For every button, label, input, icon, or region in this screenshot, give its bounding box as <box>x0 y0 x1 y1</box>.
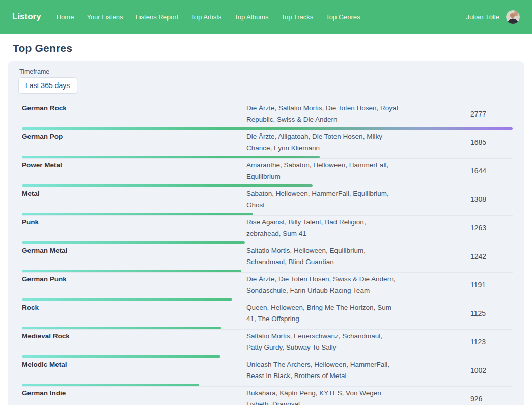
genre-progress-bar <box>22 270 241 272</box>
genre-name: Rock <box>22 302 246 324</box>
genre-artists: Die Ärzte, Alligatoah, Die Toten Hosen, … <box>246 131 398 153</box>
genre-artists: Unleash The Archers, Helloween, HammerFa… <box>246 359 398 381</box>
genre-bar-track <box>22 156 513 158</box>
table-row: Metal Sabaton, Helloween, HammerFall, Eq… <box>22 187 513 216</box>
genre-progress-bar <box>22 156 320 158</box>
nav-item-top-albums[interactable]: Top Albums <box>234 13 268 21</box>
genre-progress-bar <box>22 213 253 215</box>
timeframe-field: Timeframe Last 365 days <box>18 68 513 94</box>
table-row: Power Metal Amaranthe, Sabaton, Hellowee… <box>22 159 513 187</box>
table-row: Rock Queen, Helloween, Bring Me The Hori… <box>22 301 513 330</box>
genre-count: 926 <box>398 388 513 405</box>
nav-item-top-artists[interactable]: Top Artists <box>191 13 221 21</box>
genre-name: German Pop <box>22 131 246 153</box>
timeframe-select[interactable]: Last 365 days <box>18 77 77 94</box>
genre-count: 1242 <box>398 245 513 267</box>
nav-item-top-tracks[interactable]: Top Tracks <box>281 13 313 21</box>
genre-progress-bar <box>22 184 313 187</box>
genre-name: German Indie <box>22 388 246 405</box>
table-row: Melodic Metal Unleash The Archers, Hello… <box>22 358 513 387</box>
genre-artists: Die Ärzte, Die Toten Hosen, Swiss & Die … <box>246 274 398 296</box>
nav-item-listens-report[interactable]: Listens Report <box>135 13 178 21</box>
genre-artists: Saltatio Mortis, Feuerschwanz, Schandmau… <box>246 331 398 353</box>
genre-count: 1191 <box>398 274 513 296</box>
nav-links: Home Your Listens Listens Report Top Art… <box>57 12 360 21</box>
table-row: German Rock Die Ärzte, Saltatio Mortis, … <box>22 102 513 130</box>
nav-item-your-listens[interactable]: Your Listens <box>87 13 123 21</box>
genre-count: 1263 <box>398 217 513 239</box>
genre-count: 1123 <box>398 331 513 353</box>
genre-bar-track <box>22 355 513 358</box>
main-content: Top Genres Timeframe Last 365 days Germa… <box>0 42 532 405</box>
genre-artists: Rise Against, Billy Talent, Bad Religion… <box>246 217 398 239</box>
top-genres-card: Timeframe Last 365 days German Rock Die … <box>8 61 524 405</box>
genre-progress-bar <box>22 298 232 301</box>
genre-name: Power Metal <box>22 160 246 182</box>
genre-bar-track <box>22 298 513 301</box>
genre-artists: Sabaton, Helloween, HammerFall, Equilibr… <box>246 188 398 210</box>
page-title: Top Genres <box>13 42 524 54</box>
genre-progress-bar <box>22 327 221 329</box>
genre-name: Melodic Metal <box>22 359 246 381</box>
genre-bar-track <box>22 127 513 130</box>
genre-count: 1125 <box>398 302 513 324</box>
nav-item-top-genres[interactable]: Top Genres <box>326 13 360 21</box>
genre-progress-bar <box>22 127 513 130</box>
genres-table: German Rock Die Ärzte, Saltatio Mortis, … <box>22 102 513 405</box>
genre-count: 1644 <box>398 160 513 182</box>
genre-name: Metal <box>22 188 246 210</box>
genre-progress-bar <box>22 241 245 244</box>
genre-name: German Rock <box>22 103 246 125</box>
table-row: German Pop Die Ärzte, Alligatoah, Die To… <box>22 130 513 159</box>
genre-progress-bar <box>22 355 220 358</box>
genre-name: German Metal <box>22 245 246 267</box>
genre-bar-track <box>22 241 513 244</box>
table-row: Medieval Rock Saltatio Mortis, Feuerschw… <box>22 330 513 358</box>
genre-count: 1685 <box>398 131 513 153</box>
genre-artists: Bukahara, Käptn Peng, KYTES, Von Wegen L… <box>246 388 398 405</box>
table-row: German Indie Bukahara, Käptn Peng, KYTES… <box>22 387 513 405</box>
genre-name: Medieval Rock <box>22 331 246 353</box>
avatar-photo <box>506 10 520 24</box>
genre-bar-track <box>22 184 513 187</box>
genre-bar-track <box>22 384 513 386</box>
genre-progress-bar <box>22 384 199 386</box>
user-name: Julian Tölle <box>466 13 499 21</box>
genre-bar-track <box>22 213 513 215</box>
user-avatar[interactable] <box>506 10 520 24</box>
top-navbar: Listory Home Your Listens Listens Report… <box>0 0 532 34</box>
genre-count: 1308 <box>398 188 513 210</box>
nav-user-area: Julian Tölle <box>466 10 520 24</box>
timeframe-label: Timeframe <box>19 68 513 75</box>
genre-bar-track <box>22 327 513 329</box>
genre-bar-track <box>22 270 513 272</box>
genre-artists: Die Ärzte, Saltatio Mortis, Die Toten Ho… <box>246 103 398 125</box>
genre-count: 2777 <box>398 103 513 125</box>
genre-artists: Saltatio Mortis, Helloween, Equilibrium,… <box>246 245 398 267</box>
genre-name: German Punk <box>22 274 246 296</box>
table-row: German Punk Die Ärzte, Die Toten Hosen, … <box>22 273 513 301</box>
nav-item-home[interactable]: Home <box>57 13 74 21</box>
genre-artists: Amaranthe, Sabaton, Helloween, HammerFal… <box>246 160 398 182</box>
genre-count: 1002 <box>398 359 513 381</box>
genre-name: Punk <box>22 217 246 239</box>
app-logo[interactable]: Listory <box>12 12 41 22</box>
table-row: Punk Rise Against, Billy Talent, Bad Rel… <box>22 216 513 244</box>
genre-artists: Queen, Helloween, Bring Me The Horizon, … <box>246 302 398 324</box>
table-row: German Metal Saltatio Mortis, Helloween,… <box>22 244 513 273</box>
